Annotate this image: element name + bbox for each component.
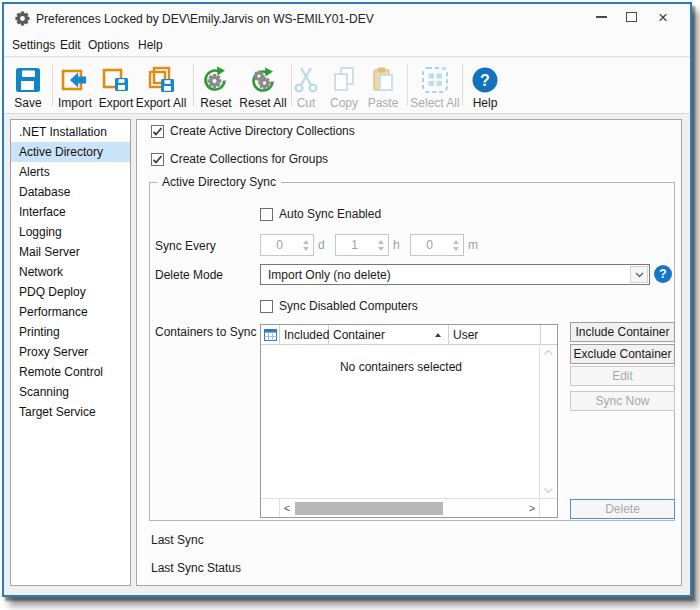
toolbar: Save Import [4,58,690,114]
last-sync-status-label: Last Sync Status [151,561,241,575]
last-sync-label: Last Sync [151,533,204,547]
toolbar-help-button[interactable]: ? Help [466,60,504,112]
sidebar-item-scanning[interactable]: Scanning [11,382,130,402]
column-header-included[interactable]: Included [280,325,329,344]
app-gear-icon [14,10,31,27]
close-button[interactable]: × [649,5,677,29]
close-icon: × [658,9,668,26]
import-icon [60,65,90,95]
maximize-icon [626,12,637,22]
sync-hours-stepper[interactable]: 1 [335,234,389,256]
sidebar-item-performance[interactable]: Performance [11,302,130,322]
sidebar-item-printing[interactable]: Printing [11,322,130,342]
sort-ascending-icon [435,333,441,337]
menu-options[interactable]: Options [88,38,129,52]
sidebar-item-logging[interactable]: Logging [11,222,130,242]
menu-edit[interactable]: Edit [60,38,81,52]
toolbar-save-button[interactable]: Save [6,60,50,112]
toolbar-cut-button[interactable]: Cut [292,60,320,112]
horizontal-scrollbar[interactable]: < > [261,498,557,517]
edit-button[interactable]: Edit [570,366,675,386]
export-icon [101,65,131,95]
exclude-container-button[interactable]: Exclude Container [570,344,675,364]
toolbar-reset-button[interactable]: Reset [195,60,237,112]
minimize-button[interactable] [587,5,615,29]
sync-minutes-stepper[interactable]: 0 [410,234,464,256]
scrollbar-corner [261,499,280,517]
delete-mode-help-icon[interactable]: ? [654,265,672,283]
toolbar-separator [52,64,53,106]
checkbox-box [151,153,164,166]
dropdown-chevron-icon[interactable] [630,266,648,283]
reset-icon [201,65,231,95]
export-all-icon [146,65,176,95]
include-container-button[interactable]: Include Container [570,322,675,342]
unit-hours: h [393,238,400,252]
sidebar-item-proxy-server[interactable]: Proxy Server [11,342,130,362]
checkbox-box [260,208,273,221]
scroll-right-icon[interactable]: > [525,499,539,518]
toolbar-separator [193,64,194,106]
column-header-spacer [541,325,557,344]
maximize-button[interactable] [617,5,645,29]
column-header-container[interactable]: Container [329,325,449,344]
menu-settings[interactable]: Settings [12,38,55,52]
stepper-arrows-icon[interactable] [448,235,463,255]
menu-help[interactable]: Help [138,38,163,52]
sidebar-item-database[interactable]: Database [11,182,130,202]
containers-to-sync-label: Containers to Sync [155,325,256,339]
minimize-icon [596,16,607,18]
svg-text:?: ? [480,72,490,89]
sidebar-item-target-service[interactable]: Target Service [11,402,130,422]
checkbox-create-ad-collections[interactable]: Create Active Directory Collections [151,124,355,138]
toolbar-select-all-button[interactable]: Select All [410,60,460,112]
vertical-scrollbar[interactable] [539,345,557,498]
toolbar-paste-button[interactable]: Paste [364,60,402,112]
sidebar-item--net-installation[interactable]: .NET Installation [11,122,130,142]
sidebar-item-network[interactable]: Network [11,262,130,282]
delete-mode-dropdown[interactable]: Import Only (no delete) [260,264,650,285]
main-panel: Create Active Directory Collections Crea… [136,119,682,586]
active-directory-sync-group: Active Directory Sync Auto Sync Enabled … [149,182,675,521]
toolbar-export-button[interactable]: Export [96,60,136,112]
delete-button[interactable]: Delete [570,499,675,519]
scrollbar-corner [539,499,557,517]
toolbar-separator [462,64,463,106]
scrollbar-thumb[interactable] [295,502,443,515]
copy-pages-icon [330,65,358,95]
sidebar-item-mail-server[interactable]: Mail Server [11,242,130,262]
scroll-down-icon[interactable] [544,488,553,493]
scroll-left-icon[interactable]: < [280,499,294,518]
scrollbar-track[interactable] [294,499,525,517]
checkbox-sync-disabled[interactable]: Sync Disabled Computers [260,299,418,313]
toolbar-reset-all-button[interactable]: Reset All [237,60,289,112]
sidebar-item-pdq-deploy[interactable]: PDQ Deploy [11,282,130,302]
column-header-user[interactable]: User [449,325,541,344]
sync-every-label: Sync Every [155,239,216,253]
preferences-window: Preferences Locked by DEV\Emily.Jarvis o… [2,2,692,597]
sync-now-button[interactable]: Sync Now [570,391,675,411]
sidebar-item-interface[interactable]: Interface [11,202,130,222]
sidebar-item-active-directory[interactable]: Active Directory [11,142,130,162]
checkbox-create-collections-groups[interactable]: Create Collections for Groups [151,152,328,166]
containers-table: Included Container User No containers se… [260,324,558,518]
stepper-arrows-icon[interactable] [373,235,388,255]
unit-days: d [318,238,325,252]
sidebar-list: .NET InstallationActive DirectoryAlertsD… [11,122,130,422]
toolbar-export-all-button[interactable]: Export All [131,60,191,112]
table-select-header[interactable] [261,325,280,344]
sync-days-stepper[interactable]: 0 [260,234,314,256]
title-bar: Preferences Locked by DEV\Emily.Jarvis o… [4,4,690,33]
window-title: Preferences Locked by DEV\Emily.Jarvis o… [36,12,374,26]
table-grid-icon [264,329,277,341]
stepper-arrows-icon[interactable] [298,235,313,255]
sidebar-item-remote-control[interactable]: Remote Control [11,362,130,382]
checkbox-auto-sync[interactable]: Auto Sync Enabled [260,207,381,221]
scroll-up-icon[interactable] [544,350,553,355]
reset-all-icon [248,65,278,95]
toolbar-import-button[interactable]: Import [54,60,96,112]
toolbar-copy-button[interactable]: Copy [324,60,364,112]
paste-clipboard-icon [369,65,397,95]
empty-table-message: No containers selected [261,360,541,374]
sidebar-item-alerts[interactable]: Alerts [11,162,130,182]
